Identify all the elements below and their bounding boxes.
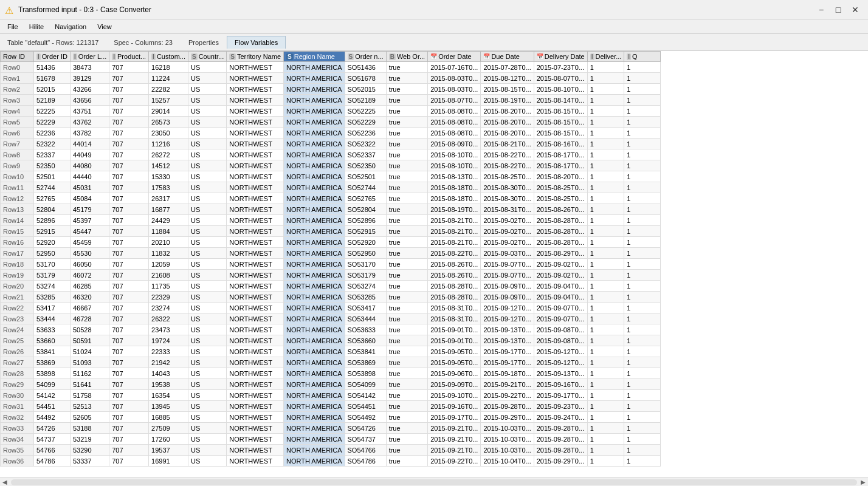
menu-hilite[interactable]: Hilite (24, 22, 49, 32)
col-header-deliver[interactable]: I Deliver... (587, 52, 624, 62)
cell-orderl: 46285 (71, 281, 109, 292)
cell-custom: 16354 (149, 390, 188, 401)
col-header-product[interactable]: I Product... (109, 52, 149, 62)
cell-rowid: Row24 (1, 324, 34, 335)
menu-file[interactable]: File (2, 22, 23, 32)
cell-deliverydate: 2015-08-10T0... (534, 84, 587, 95)
col-header-region[interactable]: S Region Name (284, 52, 345, 62)
menu-navigation[interactable]: Navigation (50, 22, 91, 32)
horizontal-scrollbar[interactable] (11, 479, 857, 485)
cell-territory: NORTHWEST (227, 259, 284, 270)
minimize-button[interactable]: − (813, 2, 829, 18)
cell-duedate: 2015-09-12T0... (481, 313, 534, 324)
col-header-orderdate[interactable]: 📅 Order Date (428, 52, 481, 62)
cell-deliverydate: 2015-08-15T0... (534, 117, 587, 128)
col-header-country[interactable]: S Countr... (188, 52, 226, 62)
tab-spec[interactable]: Spec - Columns: 23 (106, 36, 181, 49)
cell-orderdate: 2015-08-03T0... (428, 84, 481, 95)
col-header-webor[interactable]: B Web Or... (386, 52, 428, 62)
maximize-button[interactable]: □ (830, 2, 846, 18)
cell-custom: 23473 (149, 324, 188, 335)
cell-deliver: 1 (587, 73, 624, 84)
cell-webor: true (386, 95, 428, 106)
col-header-orderid[interactable]: I Order ID (34, 52, 71, 62)
cell-rowid: Row21 (1, 292, 34, 303)
cell-product: 707 (109, 149, 149, 160)
cell-webor: true (386, 313, 428, 324)
table-row: Row26 53841 51024 707 22333 US NORTHWEST… (1, 346, 661, 357)
cell-q: 1 (624, 281, 661, 292)
col-header-orderl[interactable]: I Order L... (71, 52, 109, 62)
cell-country: US (188, 456, 226, 467)
cell-rowid: Row18 (1, 259, 34, 270)
col-header-custom[interactable]: I Custom... (149, 52, 188, 62)
scroll-left-arrow[interactable]: ◀ (0, 479, 10, 485)
col-header-q[interactable]: I Q (624, 52, 661, 62)
cell-product: 707 (109, 117, 149, 128)
table-container[interactable]: Row ID I Order ID I Order L... I Product… (0, 51, 868, 477)
cell-webor: true (386, 204, 428, 215)
cell-deliverydate: 2015-08-28T0... (534, 215, 587, 226)
table-row: Row2 52015 43266 707 22282 US NORTHWEST … (1, 84, 661, 95)
col-header-ordern[interactable]: S Order n... (345, 52, 386, 62)
cell-custom: 17260 (149, 434, 188, 445)
close-button[interactable]: ✕ (847, 2, 863, 18)
cell-deliverydate: 2015-09-12T0... (534, 346, 587, 357)
cell-ordern: SO53170 (345, 259, 386, 270)
cell-deliver: 1 (587, 456, 624, 467)
cell-rowid: Row32 (1, 412, 34, 423)
cell-orderl: 43266 (71, 84, 109, 95)
cell-orderl: 38473 (71, 62, 109, 73)
col-header-deliverydate[interactable]: 📅 Delivery Date (534, 52, 587, 62)
scrollbar-area[interactable]: ◀ ▶ (0, 477, 868, 486)
cell-country: US (188, 160, 226, 171)
cell-product: 707 (109, 292, 149, 303)
tab-properties[interactable]: Properties (181, 36, 227, 49)
cell-ordern: SO54786 (345, 456, 386, 467)
cell-region: NORTH AMERICA (284, 204, 345, 215)
cell-duedate: 2015-09-17T0... (481, 346, 534, 357)
cell-product: 707 (109, 128, 149, 139)
col-header-territory[interactable]: S Territory Name (227, 52, 284, 62)
cell-rowid: Row5 (1, 117, 34, 128)
cell-orderl: 45031 (71, 182, 109, 193)
cell-webor: true (386, 456, 428, 467)
cell-ordern: SO53841 (345, 346, 386, 357)
table-row: Row7 52322 44014 707 11216 US NORTHWEST … (1, 139, 661, 149)
cell-webor: true (386, 160, 428, 171)
cell-rowid: Row23 (1, 313, 34, 324)
cell-orderid: 51678 (34, 73, 71, 84)
cell-duedate: 2015-09-12T0... (481, 303, 534, 313)
cell-product: 707 (109, 401, 149, 412)
cell-deliver: 1 (587, 139, 624, 149)
cell-ordern: SO52350 (345, 160, 386, 171)
cell-q: 1 (624, 171, 661, 182)
cell-custom: 11832 (149, 248, 188, 259)
cell-orderid: 54492 (34, 412, 71, 423)
cell-territory: NORTHWEST (227, 171, 284, 182)
cell-webor: true (386, 128, 428, 139)
col-header-duedate[interactable]: 📅 Due Date (481, 52, 534, 62)
cell-duedate: 2015-09-13T0... (481, 324, 534, 335)
cell-orderl: 53337 (71, 456, 109, 467)
cell-webor: true (386, 357, 428, 368)
scroll-right-arrow[interactable]: ▶ (858, 479, 868, 485)
cell-webor: true (386, 139, 428, 149)
menu-view[interactable]: View (92, 22, 117, 32)
cell-custom: 26272 (149, 149, 188, 160)
cell-ordern: SO54726 (345, 423, 386, 434)
cell-orderl: 44440 (71, 171, 109, 182)
cell-custom: 16218 (149, 62, 188, 73)
cell-q: 1 (624, 193, 661, 204)
col-header-rowid[interactable]: Row ID (1, 52, 34, 62)
cell-territory: NORTHWEST (227, 346, 284, 357)
cell-deliver: 1 (587, 346, 624, 357)
cell-territory: NORTHWEST (227, 149, 284, 160)
cell-duedate: 2015-08-12T0... (481, 73, 534, 84)
tab-flow-variables[interactable]: Flow Variables (227, 36, 286, 49)
table-row: Row12 52765 45084 707 26317 US NORTHWEST… (1, 193, 661, 204)
title-bar-left: ⚠ Transformed input - 0:3 - Case Convert… (5, 5, 151, 15)
cell-rowid: Row20 (1, 281, 34, 292)
cell-deliverydate: 2015-08-14T0... (534, 95, 587, 106)
cell-region: NORTH AMERICA (284, 237, 345, 248)
